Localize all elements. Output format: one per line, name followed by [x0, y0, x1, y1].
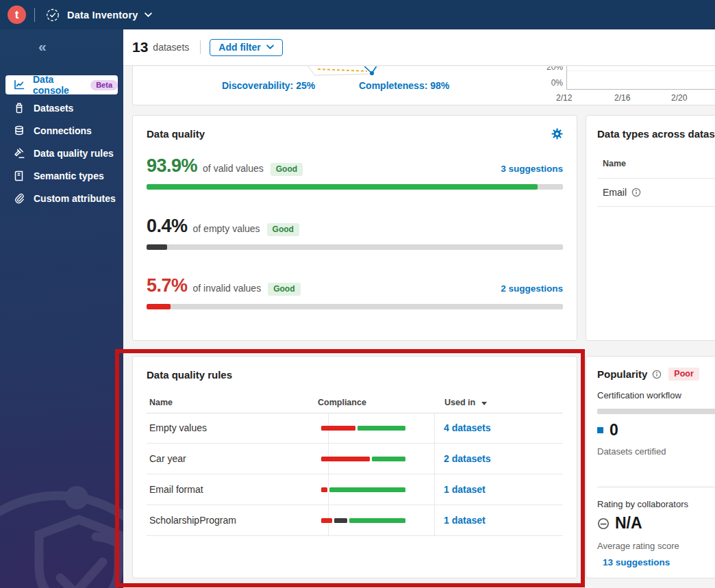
datasets-icon [14, 102, 25, 114]
trend-x-axis [566, 89, 715, 90]
rule-row-car-year[interactable]: Car year2 datasets [147, 444, 563, 474]
status-badge: Good [267, 223, 299, 236]
connections-icon [14, 125, 25, 136]
average-rating-score-label: Average rating score [597, 541, 679, 551]
sidebar-item-semantic-types[interactable]: Semantic types [0, 164, 123, 187]
chart-line-icon [14, 79, 25, 91]
shield-watermark-decoration [0, 410, 123, 588]
compliance-segment-red [321, 426, 355, 431]
toolbar-divider [200, 40, 201, 54]
dataset-toolbar: 13 datasets Add filter [123, 29, 715, 66]
used-in-link[interactable]: 1 dataset [444, 515, 486, 526]
overview-card: Discoverability: 25% Completeness: 98% 2… [132, 66, 715, 105]
sidebar-item-label: Datasets [34, 103, 73, 114]
compliance-segment-dark [334, 518, 347, 523]
metric-value: 0.4% [147, 216, 188, 237]
metric-progress-fill [147, 304, 171, 309]
data-quality-rules-card: Data quality rules Name Compliance Used … [132, 356, 577, 578]
rule-row-scholarshipprogram[interactable]: ScholarshipProgram1 dataset [147, 505, 563, 536]
compliance-segment-green [358, 426, 406, 431]
radar-axis-label-discoverability[interactable]: Discoverability: 25% [222, 80, 315, 91]
radar-chart-fragment [304, 66, 386, 79]
info-icon[interactable] [631, 188, 641, 197]
sidebar-item-connections[interactable]: Connections [0, 119, 123, 142]
datasets-certified-value: 0 [610, 421, 618, 439]
row-divider [147, 535, 563, 536]
compliance-segment-green [349, 518, 405, 523]
section-divider [597, 487, 715, 487]
dataset-count-label: datasets [153, 42, 189, 53]
compliance-segment-green [372, 457, 406, 461]
add-filter-button[interactable]: Add filter [210, 39, 282, 56]
data-types-card: Data types across datasets Name Email [586, 115, 715, 341]
data-types-column-header[interactable]: Name [603, 159, 626, 168]
used-in-link[interactable]: 1 dataset [444, 484, 486, 495]
metric-progress-fill [147, 184, 538, 190]
sidebar-item-datasets[interactable]: Datasets [0, 97, 123, 119]
trend-y-axis [566, 66, 567, 89]
info-icon[interactable] [652, 370, 662, 379]
app-title[interactable]: Data Inventory [67, 10, 138, 21]
popularity-card: Popularity Poor Certification workflow 0… [586, 356, 715, 578]
dataset-count: 13 [132, 39, 148, 55]
sort-descending-icon [481, 402, 487, 405]
rule-name: ScholarshipProgram [149, 515, 236, 526]
data-type-name: Email [603, 187, 627, 198]
sidebar-menu: Data consoleBetaDatasetsConnectionsData … [0, 74, 123, 209]
suggestions-link[interactable]: 3 suggestions [501, 164, 563, 174]
data-types-title: Data types across datasets [597, 128, 715, 140]
sidebar-item-label: Semantic types [34, 170, 104, 181]
sidebar-collapse-button[interactable]: « [38, 39, 47, 53]
radar-axis-label-completeness[interactable]: Completeness: 98% [359, 80, 449, 91]
gavel-icon [14, 147, 25, 159]
sidebar-item-label: Data quality rules [34, 148, 114, 159]
sidebar-item-data-console[interactable]: Data consoleBeta [5, 75, 118, 94]
trend-gridline [567, 71, 715, 71]
metric-progress-bar [147, 304, 563, 309]
datasets-certified-label: Datasets certified [597, 446, 666, 457]
chevron-down-icon [266, 44, 274, 49]
metric-progress-bar [147, 244, 563, 250]
metric-progress-fill [147, 244, 167, 250]
rule-row-email-format[interactable]: Email format1 dataset [147, 474, 563, 505]
trend-xtick-2: 2/16 [614, 93, 630, 103]
table-divider [597, 206, 715, 207]
talend-logo[interactable]: t [8, 5, 26, 24]
metric-label: of invalid values [193, 283, 262, 294]
rules-column-used-in[interactable]: Used in [444, 398, 487, 407]
compliance-segment-green [329, 487, 406, 492]
sidebar-item-custom-attributes[interactable]: Custom attributes [0, 187, 123, 209]
data-type-row-email[interactable]: Email [603, 187, 641, 198]
metric-value: 93.9% [147, 155, 197, 177]
trend-ytick-20: 20% [542, 66, 563, 72]
popularity-title: Popularity [597, 368, 647, 380]
top-bar: t Data Inventory [0, 0, 715, 29]
neutral-face-icon [597, 517, 610, 530]
certification-progress-bar [597, 409, 715, 414]
sidebar-item-data-quality-rules[interactable]: Data quality rules [0, 142, 123, 164]
quality-metric-of-empty-values: 0.4%of empty valuesGood [147, 216, 563, 250]
gear-icon[interactable] [551, 128, 563, 140]
add-filter-label: Add filter [218, 42, 260, 53]
data-inventory-icon [45, 8, 60, 23]
rule-row-empty-values[interactable]: Empty values4 datasets [147, 413, 563, 444]
rule-name: Car year [149, 453, 186, 464]
sidebar-item-label: Data console [33, 74, 84, 96]
rule-name: Email format [149, 484, 203, 495]
trend-xtick-3: 2/20 [671, 93, 687, 103]
chevron-down-icon[interactable] [145, 12, 152, 17]
used-in-link[interactable]: 2 datasets [444, 453, 490, 464]
suggestions-link[interactable]: 13 suggestions [603, 557, 670, 567]
data-quality-card: Data quality 93.9%of valid valuesGood3 s… [132, 115, 577, 341]
suggestions-link[interactable]: 2 suggestions [501, 283, 563, 294]
rules-column-name[interactable]: Name [149, 398, 173, 407]
rules-column-compliance[interactable]: Compliance [318, 398, 366, 407]
compliance-bar [321, 457, 406, 461]
status-badge: Good [271, 163, 303, 176]
used-in-link[interactable]: 4 datasets [444, 422, 490, 433]
used-in-label: Used in [444, 398, 475, 407]
topbar-divider [34, 8, 35, 22]
compliance-bar [321, 518, 406, 523]
compliance-segment-red [321, 487, 327, 492]
data-quality-title: Data quality [147, 128, 205, 140]
